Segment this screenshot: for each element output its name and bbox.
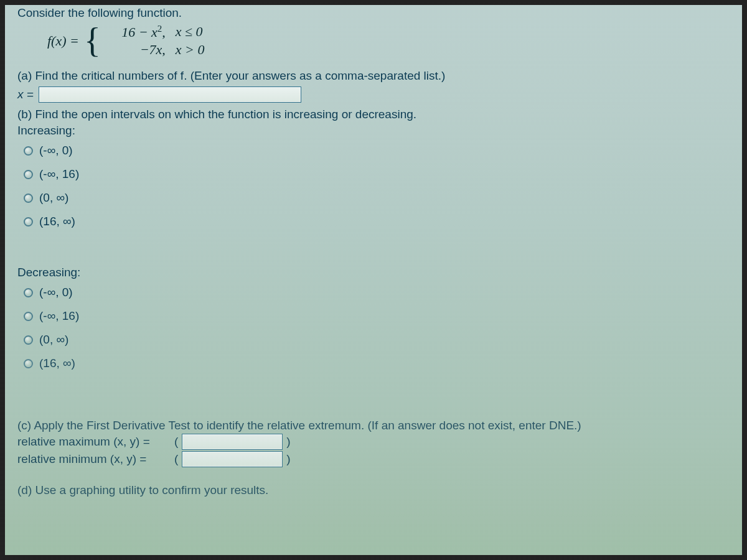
formula-lhs: f(x) = (47, 33, 79, 49)
part-d: (d) Use a graphing utility to confirm yo… (17, 483, 735, 497)
option-label: (-∞, 0) (39, 144, 73, 157)
increasing-option-2[interactable]: (-∞, 16) (24, 164, 735, 187)
relative-max-label: relative maximum (x, y) = (17, 435, 171, 449)
radio-icon (24, 312, 33, 321)
radio-icon (24, 288, 33, 297)
option-label: (-∞, 16) (39, 309, 79, 323)
part-b-prompt: (b) Find the open intervals on which the… (17, 108, 735, 121)
question-body: Consider the following function. f(x) = … (17, 6, 735, 497)
relative-min-input[interactable] (182, 451, 283, 467)
piece1-expr: 16 − x2, (108, 24, 166, 40)
increasing-option-1[interactable]: (-∞, 0) (24, 140, 735, 164)
radio-icon (24, 335, 33, 345)
increasing-choices: (-∞, 0) (-∞, 16) (0, ∞) (16, ∞) (24, 140, 735, 235)
open-paren: ( (174, 435, 178, 449)
option-label: (0, ∞) (39, 191, 68, 205)
spacer (17, 376, 735, 414)
piece2-cond: x > 0 (176, 42, 205, 58)
part-d-prompt: (d) Use a graphing utility to confirm yo… (17, 483, 735, 497)
piece2-expr: −7x, (108, 42, 166, 58)
relative-min-row: relative minimum (x, y) = ( ) (17, 451, 735, 467)
spacer (17, 235, 735, 263)
decreasing-option-4[interactable]: (16, ∞) (24, 353, 735, 376)
decreasing-option-2[interactable]: (-∞, 16) (24, 306, 735, 329)
open-paren: ( (174, 452, 178, 466)
option-label: (16, ∞) (39, 357, 75, 370)
formula-piece-2: −7x, x > 0 (108, 42, 205, 58)
radio-icon (24, 194, 33, 203)
x-equals-label: x = (17, 88, 34, 101)
decreasing-option-1[interactable]: (-∞, 0) (24, 282, 735, 306)
decreasing-label: Decreasing: (17, 266, 735, 279)
increasing-option-3[interactable]: (0, ∞) (24, 187, 735, 211)
relative-min-label: relative minimum (x, y) = (17, 452, 171, 466)
part-a-answer-row: x = (17, 86, 735, 103)
radio-icon (24, 170, 33, 179)
option-label: (-∞, 16) (39, 167, 79, 181)
close-paren: ) (286, 452, 290, 466)
part-c: (c) Apply the First Derivative Test to i… (17, 419, 735, 467)
critical-numbers-input[interactable] (39, 86, 301, 103)
brace-icon: { (84, 29, 101, 53)
intro-text: Consider the following function. (17, 6, 735, 20)
relative-max-input[interactable] (182, 434, 283, 450)
decreasing-option-3[interactable]: (0, ∞) (24, 329, 735, 353)
formula-pieces: 16 − x2, x ≤ 0 −7x, x > 0 (108, 24, 205, 58)
option-label: (-∞, 0) (39, 286, 73, 299)
part-c-prompt: (c) Apply the First Derivative Test to i… (17, 419, 735, 432)
increasing-option-4[interactable]: (16, ∞) (24, 211, 735, 235)
piecewise-formula: f(x) = { 16 − x2, x ≤ 0 −7x, x > 0 (47, 24, 735, 58)
decreasing-choices: (-∞, 0) (-∞, 16) (0, ∞) (16, ∞) (24, 282, 735, 376)
part-b: (b) Find the open intervals on which the… (17, 108, 735, 414)
radio-icon (24, 359, 33, 368)
piece1-cond: x ≤ 0 (176, 24, 203, 40)
increasing-label: Increasing: (17, 124, 735, 138)
option-label: (0, ∞) (39, 333, 68, 347)
option-label: (16, ∞) (39, 215, 75, 228)
close-paren: ) (286, 435, 290, 449)
relative-max-row: relative maximum (x, y) = ( ) (17, 434, 735, 450)
part-a-prompt: (a) Find the critical numbers of f. (Ent… (17, 69, 735, 83)
radio-icon (24, 146, 33, 156)
formula-piece-1: 16 − x2, x ≤ 0 (108, 24, 205, 40)
radio-icon (24, 217, 33, 226)
part-a: (a) Find the critical numbers of f. (Ent… (17, 69, 735, 103)
